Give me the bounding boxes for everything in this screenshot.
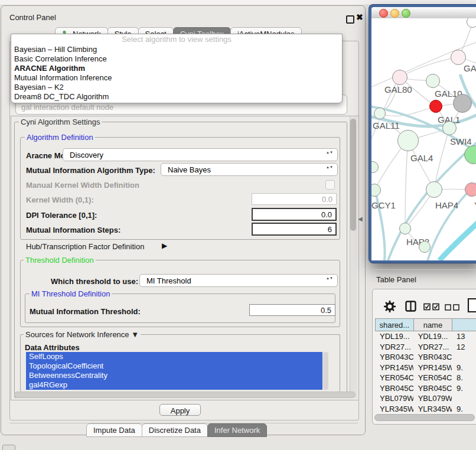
tab-label: Infer Network: [214, 424, 260, 436]
data-attribute-item[interactable]: BetweennessCentrality: [26, 371, 322, 380]
dropdown-item[interactable]: Bayesian – K2: [11, 83, 342, 92]
node[interactable]: [419, 241, 431, 253]
table-row[interactable]: YDR27...YDR27...12: [375, 342, 476, 353]
mi-threshold-field[interactable]: [249, 304, 335, 316]
mi-steps-field[interactable]: [252, 223, 337, 236]
data-attribute-item[interactable]: SelfLoops: [26, 352, 322, 361]
mi-type-combobox[interactable]: Naive Bayes ▲▼: [161, 163, 338, 176]
network-view-window: GALGAL80GAL10GAL1GAL11SWI4GAL4GCY1HAP4YH…: [369, 5, 476, 263]
node-gal11[interactable]: [374, 107, 386, 119]
float-window-icon[interactable]: [346, 15, 354, 24]
table-cell: YER054C: [413, 373, 452, 383]
node-hap4[interactable]: [426, 181, 442, 198]
table-cell: 9.: [452, 383, 476, 394]
settings-hscrollbar[interactable]: [14, 392, 356, 398]
kernel-width-field[interactable]: [252, 193, 337, 205]
checked-boxes-icon[interactable]: [423, 303, 440, 311]
algorithm-definition-title: Algorithm Definition: [25, 133, 95, 142]
close-icon[interactable]: ✖: [356, 12, 363, 22]
attributes-list-scrollbar[interactable]: [323, 352, 328, 390]
network-window-titlebar[interactable]: [371, 7, 476, 19]
mi-threshold-group-title: MI Threshold Definition: [30, 289, 112, 298]
node-hap2[interactable]: [399, 223, 411, 234]
panel-collapse-arrow-icon[interactable]: ◀: [358, 216, 363, 222]
table-cell: YLR345W: [413, 404, 452, 415]
bottom-left-partial-icon[interactable]: [2, 445, 15, 450]
settings-vscrollbar-thumb[interactable]: [350, 119, 356, 231]
dropdown-item[interactable]: ARACNE Algorithm: [11, 64, 342, 73]
which-threshold-combobox[interactable]: MI Threshold ▲▼: [139, 274, 338, 287]
table-row[interactable]: YBL079WYBL079W: [375, 393, 476, 404]
dropdown-item[interactable]: Basic Correlation Inference: [11, 54, 342, 64]
table-row[interactable]: YBR045CYBR045C9.: [375, 383, 476, 394]
dropdown-item[interactable]: Mutual Information Inference: [11, 73, 342, 83]
algorithm-dropdown-popup: Select algorithm to view settings Bayesi…: [11, 34, 343, 103]
column-header[interactable]: shared...: [375, 318, 414, 331]
table-cell: 13: [452, 331, 476, 342]
close-traffic-light[interactable]: [379, 9, 388, 18]
mi-type-value: Naive Bayes: [168, 165, 211, 174]
table-cell: 8.: [452, 373, 476, 383]
tab-infer-network[interactable]: Infer Network: [207, 423, 267, 437]
gear-icon[interactable]: [383, 300, 396, 313]
table-cell: YBL079W: [413, 393, 452, 404]
minimize-traffic-light[interactable]: [390, 9, 399, 18]
table-cell: YBR043C: [375, 352, 413, 363]
table-row[interactable]: YBR043CYBR043C: [375, 352, 476, 363]
table-cell: [452, 352, 476, 363]
obscured-combobox-text: gal interaction default node: [21, 103, 113, 112]
combo-spinner-icon: ▲▼: [326, 276, 333, 280]
network-canvas[interactable]: GALGAL80GAL10GAL1GAL11SWI4GAL4GCY1HAP4YH…: [371, 18, 476, 260]
tab-impute-data[interactable]: Impute Data: [86, 423, 142, 437]
aracne-mode-combobox[interactable]: Discovery ▲▼: [63, 148, 338, 161]
table-row[interactable]: YPR145WYPR145W9.: [375, 363, 476, 373]
unchecked-boxes-icon[interactable]: [445, 304, 460, 311]
expand-right-icon[interactable]: ▶: [162, 242, 167, 250]
node-label: GAL11: [373, 120, 400, 131]
dropdown-placeholder: Select algorithm to view settings: [11, 34, 342, 45]
cyni-algorithm-settings-title: Cyni Algorithm Settings: [19, 118, 102, 126]
data-attribute-item[interactable]: gal4RGexp: [26, 380, 322, 390]
dropdown-item[interactable]: Bayesian – Hill Climbing: [11, 45, 342, 54]
data-attribute-item[interactable]: TopologicalCoefficient: [26, 361, 322, 371]
dpi-tolerance-field[interactable]: [252, 208, 337, 221]
collapse-down-icon[interactable]: ▼: [131, 330, 139, 339]
dpi-tolerance-label: DPI Tolerance [0,1]:: [26, 211, 97, 220]
node[interactable]: [453, 94, 472, 113]
hub-definition-expander[interactable]: Hub/Transcription Factor Definition: [26, 242, 144, 251]
table-cell: YBR045C: [413, 383, 452, 394]
zoom-traffic-light[interactable]: [402, 9, 410, 18]
apply-button[interactable]: Apply: [159, 404, 201, 416]
node-label: GAL: [464, 63, 476, 73]
column-header[interactable]: name: [414, 318, 453, 331]
tab-label: Discretize Data: [149, 424, 201, 436]
document-icon[interactable]: [467, 298, 476, 313]
which-threshold-label: Which threshold to use:: [51, 277, 138, 286]
tab-discretize-data[interactable]: Discretize Data: [142, 423, 208, 437]
table-panel-title: Table Panel: [376, 275, 416, 284]
node-gal80[interactable]: [392, 70, 407, 85]
node-label: GAL4: [410, 153, 433, 163]
table-hscrollbar-thumb[interactable]: [374, 414, 475, 421]
data-attributes-list: SelfLoopsTopologicalCoefficientBetweenne…: [26, 352, 322, 390]
node-gal1[interactable]: [429, 100, 442, 113]
split-columns-icon[interactable]: [405, 301, 417, 312]
table-cell: YBR045C: [375, 383, 413, 394]
table-cell: YDL19...: [413, 331, 452, 342]
column-header[interactable]: [452, 318, 476, 331]
data-attributes-label: Data Attributes: [25, 343, 80, 352]
node-label: GAL80: [384, 84, 412, 94]
dropdown-item[interactable]: Dream8 DC_TDC Algorithm: [11, 92, 342, 102]
table-row[interactable]: YDL19...YDL19...13: [375, 331, 476, 342]
node-gal4[interactable]: [397, 130, 419, 151]
dropdown-items: Bayesian – Hill ClimbingBasic Correlatio…: [11, 45, 342, 102]
table-body: YDL19...YDL19...13YDR27...YDR27...12YBR0…: [375, 331, 476, 415]
table-row[interactable]: YER054CYER054C8.: [375, 373, 476, 383]
node-y[interactable]: [465, 182, 476, 197]
desktop: Control Panel ✖ NetworkStyleSelectCyni T…: [0, 0, 476, 450]
node-gal10[interactable]: [426, 74, 440, 88]
node-swi4[interactable]: [442, 121, 457, 135]
manual-kernel-checkbox[interactable]: [325, 180, 335, 190]
table-cell: YDR27...: [413, 342, 452, 353]
table-row[interactable]: YLR345WYLR345W9.: [375, 404, 476, 415]
